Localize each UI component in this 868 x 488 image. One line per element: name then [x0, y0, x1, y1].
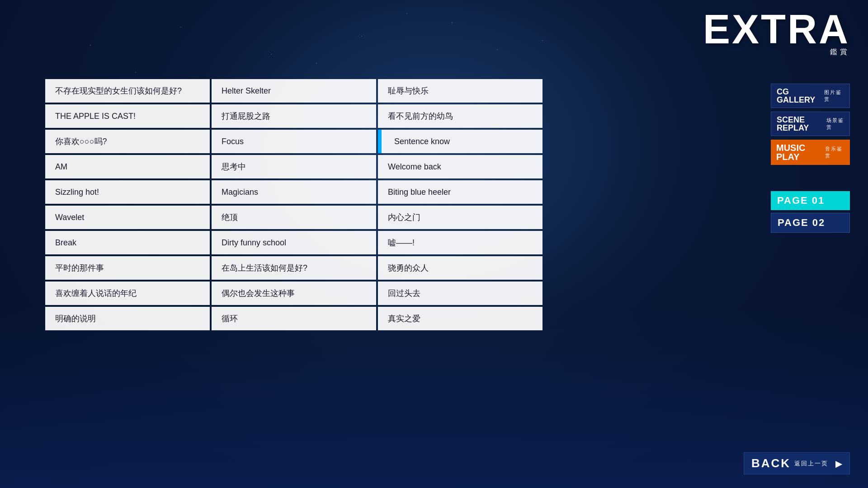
grid-cell-3-2[interactable]: Welcome back [378, 155, 542, 178]
cell-text: 真实之爱 [388, 313, 420, 324]
cell-text: Sentence know [394, 137, 450, 146]
grid-cell-7-0[interactable]: 平时的那件事 [45, 256, 210, 280]
scene-replay-button[interactable]: SCENE REPLAY 场景鉴赏 [771, 112, 850, 136]
grid-cell-2-1[interactable]: Focus [212, 130, 376, 153]
cell-text: 你喜欢○○○吗? [55, 136, 107, 147]
cell-text: 打通屁股之路 [222, 111, 270, 122]
extra-title: EXTRA 鑑賞 [703, 9, 850, 57]
grid-row-0: 不存在现实型的女生们该如何是好?Helter Skelter耻辱与快乐 [45, 79, 542, 103]
grid-cell-9-2[interactable]: 真实之爱 [378, 307, 542, 330]
grid-cell-4-2[interactable]: Biting blue heeler [378, 180, 542, 204]
cell-text: 明确的说明 [55, 313, 96, 324]
grid-cell-6-0[interactable]: Break [45, 231, 210, 254]
cell-text: Dirty funny school [222, 238, 286, 248]
back-label-small: 返回上一页 [794, 460, 828, 468]
grid-cell-2-0[interactable]: 你喜欢○○○吗? [45, 130, 210, 153]
arrow-right-icon: ▶ [835, 458, 842, 469]
grid-cell-3-1[interactable]: 思考中 [212, 155, 376, 178]
cell-text: 绝顶 [222, 212, 238, 223]
grid-row-2: 你喜欢○○○吗?FocusSentence know [45, 130, 542, 153]
page-02-button[interactable]: PAGE 02 [771, 213, 850, 233]
cell-text: 不存在现实型的女生们该如何是好? [55, 85, 182, 96]
grid-cell-0-2[interactable]: 耻辱与快乐 [378, 79, 542, 103]
cell-text: 耻辱与快乐 [388, 85, 429, 96]
grid-row-9: 明确的说明循环真实之爱 [45, 307, 542, 330]
music-play-button[interactable]: MUSIC PLAY 音乐鉴赏 [771, 140, 850, 165]
grid-row-4: Sizzling hot!MagiciansBiting blue heeler [45, 180, 542, 204]
grid-cell-8-0[interactable]: 喜欢缠着人说话的年纪 [45, 282, 210, 305]
grid-cell-9-0[interactable]: 明确的说明 [45, 307, 210, 330]
cg-gallery-label: CG GALLERY [777, 88, 821, 104]
grid-row-6: BreakDirty funny school嘘——! [45, 231, 542, 254]
grid-cell-4-1[interactable]: Magicians [212, 180, 376, 204]
cell-text: 在岛上生活该如何是好? [222, 263, 307, 273]
cell-text: 平时的那件事 [55, 263, 104, 273]
grid-cell-1-0[interactable]: THE APPLE IS CAST! [45, 104, 210, 128]
cell-text: Focus [222, 137, 244, 146]
back-label-big: BACK [751, 456, 791, 470]
grid-cell-1-2[interactable]: 看不见前方的幼鸟 [378, 104, 542, 128]
cell-text: 循环 [222, 313, 238, 324]
cell-text: THE APPLE IS CAST! [55, 112, 136, 121]
cell-text: Break [55, 238, 76, 248]
grid-cell-1-1[interactable]: 打通屁股之路 [212, 104, 376, 128]
music-play-label: MUSIC PLAY [776, 143, 822, 161]
page-buttons: PAGE 01 PAGE 02 [771, 191, 850, 233]
grid-cell-0-0[interactable]: 不存在现实型的女生们该如何是好? [45, 79, 210, 103]
cell-text: 喜欢缠着人说话的年纪 [55, 288, 137, 299]
cell-text: Sizzling hot! [55, 188, 99, 197]
grid-cell-7-1[interactable]: 在岛上生活该如何是好? [212, 256, 376, 280]
grid-cell-8-2[interactable]: 回过头去 [378, 282, 542, 305]
cell-text: 思考中 [222, 161, 246, 172]
grid-cell-6-2[interactable]: 嘘——! [378, 231, 542, 254]
scene-replay-label: SCENE REPLAY [777, 116, 824, 132]
grid-row-3: AM思考中Welcome back [45, 155, 542, 178]
sidebar: CG GALLERY 图片鉴赏 SCENE REPLAY 场景鉴赏 MUSIC … [771, 84, 850, 233]
page-01-label: PAGE 01 [777, 195, 825, 206]
cell-text: Helter Skelter [222, 86, 271, 96]
cell-text: 内心之门 [388, 212, 420, 223]
grid-cell-2-2[interactable]: Sentence know [378, 130, 542, 153]
cell-text: Wavelet [55, 213, 84, 222]
back-button[interactable]: BACK 返回上一页 ▶ [744, 452, 850, 474]
cell-text: 骁勇的众人 [388, 263, 429, 273]
grid-cell-3-0[interactable]: AM [45, 155, 210, 178]
page-01-button[interactable]: PAGE 01 [771, 191, 850, 210]
grid-cell-4-0[interactable]: Sizzling hot! [45, 180, 210, 204]
scene-replay-sublabel: 场景鉴赏 [826, 117, 844, 131]
grid-cell-6-1[interactable]: Dirty funny school [212, 231, 376, 254]
grid-cell-8-1[interactable]: 偶尔也会发生这种事 [212, 282, 376, 305]
cell-text: 回过头去 [388, 288, 420, 299]
extra-main-title: EXTRA [703, 9, 850, 50]
grid-cell-5-0[interactable]: Wavelet [45, 206, 210, 229]
grid-cell-0-1[interactable]: Helter Skelter [212, 79, 376, 103]
cell-text: 嘘——! [388, 237, 415, 248]
grid-cell-7-2[interactable]: 骁勇的众人 [378, 256, 542, 280]
cell-text: 偶尔也会发生这种事 [222, 288, 295, 299]
grid-row-1: THE APPLE IS CAST!打通屁股之路看不见前方的幼鸟 [45, 104, 542, 128]
grid-cell-9-1[interactable]: 循环 [212, 307, 376, 330]
music-list-grid: 不存在现实型的女生们该如何是好?Helter Skelter耻辱与快乐THE A… [45, 79, 542, 332]
cell-text: Magicians [222, 188, 258, 197]
cell-text: Welcome back [388, 162, 441, 172]
page-02-label: PAGE 02 [778, 217, 825, 229]
cell-text: 看不见前方的幼鸟 [388, 111, 453, 122]
music-play-sublabel: 音乐鉴赏 [825, 145, 844, 159]
grid-cell-5-1[interactable]: 绝顶 [212, 206, 376, 229]
cell-text: AM [55, 162, 67, 172]
grid-row-7: 平时的那件事在岛上生活该如何是好?骁勇的众人 [45, 256, 542, 280]
highlight-bar [378, 130, 382, 153]
grid-cell-5-2[interactable]: 内心之门 [378, 206, 542, 229]
grid-row-8: 喜欢缠着人说话的年纪偶尔也会发生这种事回过头去 [45, 282, 542, 305]
grid-row-5: Wavelet绝顶内心之门 [45, 206, 542, 229]
cg-gallery-button[interactable]: CG GALLERY 图片鉴赏 [771, 84, 850, 108]
cell-text: Biting blue heeler [388, 188, 451, 197]
cg-gallery-sublabel: 图片鉴赏 [824, 89, 844, 103]
